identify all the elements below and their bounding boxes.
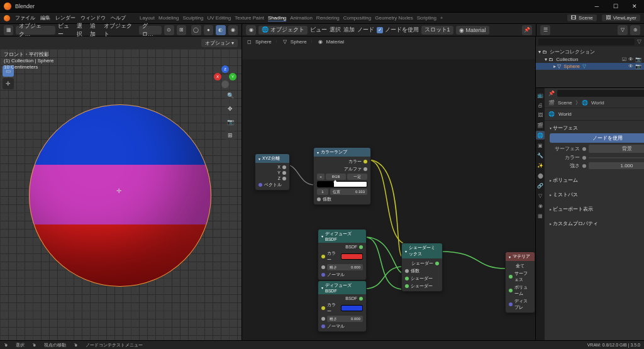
tab-shading[interactable]: Shading (268, 15, 286, 21)
axis-y-icon[interactable]: Y (229, 73, 236, 80)
ne-menu-select[interactable]: 選択 (330, 26, 341, 34)
editor-type-shader-icon[interactable]: ◉ (246, 25, 256, 35)
sphere-object[interactable] (29, 104, 211, 287)
tab-scripting[interactable]: Scripting (417, 15, 436, 21)
bc-material[interactable]: Material (326, 39, 344, 45)
shading-solid-icon[interactable]: ● (204, 25, 213, 35)
colorramp-add[interactable]: + (317, 174, 325, 180)
tab-layout[interactable]: Layout (140, 15, 155, 21)
ptab-particles-icon[interactable]: ✨ (536, 161, 545, 170)
properties-search[interactable] (557, 90, 644, 97)
node-separate-xyz[interactable]: XYZ分離 X Y Z ベクトル (255, 153, 290, 191)
vp-menu-object[interactable]: オブジェクト (104, 22, 136, 38)
options-button[interactable]: オプション ▾ (201, 39, 238, 47)
minimize-button[interactable]: ─ (587, 0, 606, 13)
diff2-rough[interactable]: 粗さ0.000 (327, 316, 363, 322)
scene-selector[interactable]: 🎞Scene (567, 14, 597, 21)
diff2-color-swatch[interactable] (341, 305, 363, 311)
pivot-icon[interactable]: ⊙ (164, 25, 174, 35)
perspective-icon[interactable]: ⊞ (225, 130, 235, 140)
node-mix-shader[interactable]: シェーダーミックス シェーダー 係数 シェーダー シェーダー (401, 243, 443, 292)
node-material-output[interactable]: マテリア 全て サーフェス ボリューム ディスプレ (505, 252, 535, 313)
ptab-constraint-icon[interactable]: 🔗 (536, 181, 545, 190)
ptab-modifier-icon[interactable]: 🔧 (536, 151, 545, 160)
colorramp-mode[interactable]: RGB (326, 174, 346, 180)
prop-color-swatch[interactable] (589, 157, 644, 158)
menu-window[interactable]: ウィンドウ (80, 14, 106, 21)
output-title[interactable]: マテリア (506, 252, 535, 261)
menu-help[interactable]: ヘルプ (111, 14, 126, 21)
vp-menu-add[interactable]: 追加 (90, 22, 101, 38)
outliner-editor-icon[interactable]: ☰ (540, 25, 550, 35)
panel-volume[interactable]: ボリューム (550, 177, 644, 184)
node-sepxyz-title[interactable]: XYZ分離 (255, 154, 289, 163)
tab-add[interactable]: + (440, 15, 443, 21)
shading-matprev-icon[interactable]: ◐ (216, 25, 225, 35)
ptab-physics-icon[interactable]: ⬤ (536, 171, 545, 180)
camera-view-icon[interactable]: 📷 (225, 117, 235, 127)
snap-icon[interactable]: ⊞ (177, 25, 186, 35)
menu-file[interactable]: ファイル (15, 14, 35, 21)
editor-type-3dview-icon[interactable]: ▦ (4, 25, 13, 35)
tab-rendering[interactable]: Rendering (316, 15, 340, 21)
3d-viewport[interactable]: オプション ▾ ▭ ✛ フロント・平行投影 (1) Collection | S… (0, 36, 242, 340)
tab-sculpting[interactable]: Sculpting (183, 15, 204, 21)
diff1-color-swatch[interactable] (341, 253, 363, 260)
orientation-selector[interactable]: グロ… (139, 26, 162, 35)
outliner-collection[interactable]: ▾ 🗀Collection☑👁📷 (536, 56, 644, 63)
outliner-scene-collection[interactable]: ▾ 🗀シーンコレクション (536, 48, 644, 56)
colorramp-gradient[interactable] (317, 181, 367, 187)
prop-bc-world[interactable]: World (591, 100, 604, 106)
prop-pin-icon[interactable]: 📌 (548, 91, 555, 96)
diff1-title[interactable]: ディフューズBSDF (318, 230, 366, 243)
navigation-gizmo[interactable]: X Y Z (214, 65, 236, 88)
ne-menu-add[interactable]: 追加 (343, 26, 355, 34)
ne-menu-view[interactable]: ビュー (310, 26, 327, 34)
node-diffuse-2[interactable]: ディフューズBSDF BSDF カラー 粗さ0.000 ノーマル (318, 280, 367, 332)
prop-strength-val[interactable]: 1.000 (589, 162, 644, 169)
menu-render[interactable]: レンダー (55, 14, 75, 21)
bc-object[interactable]: Sphere (255, 39, 272, 45)
slot-selector[interactable]: スロット1 (421, 26, 453, 35)
axis-z-icon[interactable]: Z (221, 65, 229, 73)
shading-render-icon[interactable]: ◉ (228, 25, 238, 35)
tab-compositing[interactable]: Compositing (343, 15, 371, 21)
blender-icon[interactable] (4, 15, 10, 21)
ptab-viewlayer-icon[interactable]: 🖼 (536, 111, 545, 119)
panel-custom-props[interactable]: カスタムプロパティ (550, 220, 644, 227)
panel-mist[interactable]: ミストパス (550, 191, 644, 198)
ne-menu-node[interactable]: ノード (357, 26, 374, 34)
filter-icon[interactable]: ▽ (637, 38, 641, 45)
ptab-render-icon[interactable]: 📺 (536, 91, 545, 99)
ptab-scene-icon[interactable]: 🎬 (536, 121, 545, 130)
new-collection-icon[interactable]: ⊕ (630, 25, 640, 35)
use-nodes-button[interactable]: ノードを使用 (550, 133, 644, 143)
panel-surface[interactable]: サーフェス (550, 125, 644, 131)
diff1-rough[interactable]: 粗さ0.000 (327, 264, 363, 270)
shader-type-selector[interactable]: 🌐 オブジェクト (258, 26, 308, 35)
vp-menu-select[interactable]: 選択 (77, 22, 87, 38)
ptab-object-icon[interactable]: ▣ (536, 141, 545, 150)
tab-animation[interactable]: Animation (290, 15, 313, 21)
pin-icon[interactable]: 📌 (522, 25, 532, 35)
menu-edit[interactable]: 編集 (40, 14, 50, 21)
outliner-search[interactable] (538, 38, 635, 45)
close-button[interactable]: ✕ (625, 0, 644, 13)
zoom-icon[interactable]: 🔍 (225, 91, 235, 101)
ptab-data-icon[interactable]: ▽ (536, 191, 545, 200)
material-selector[interactable]: ◉ Material (456, 26, 489, 35)
world-datablock[interactable]: 🌐 World⊕✕ (545, 108, 644, 121)
ptab-output-icon[interactable]: 🖨 (536, 101, 545, 109)
tab-uvediting[interactable]: UV Editing (207, 15, 231, 21)
ptab-material-icon[interactable]: ◉ (536, 201, 545, 210)
axis-neg-icon[interactable] (221, 80, 229, 88)
outliner-object-sphere[interactable]: ▸ ▽Sphere▽👁📷 (536, 63, 644, 70)
axis-x-icon[interactable]: X (214, 73, 221, 80)
filter-icon[interactable]: ▽ (618, 25, 628, 35)
panel-viewport[interactable]: ビューポート表示 (550, 206, 644, 213)
colorramp-position[interactable]: 位置0.333 (330, 189, 367, 195)
colorramp-title[interactable]: カラーランプ (314, 148, 370, 157)
prop-surface-val[interactable]: 背景 (589, 145, 644, 153)
maximize-button[interactable]: ☐ (606, 0, 625, 13)
tool-cursor-icon[interactable]: ✛ (3, 78, 14, 89)
